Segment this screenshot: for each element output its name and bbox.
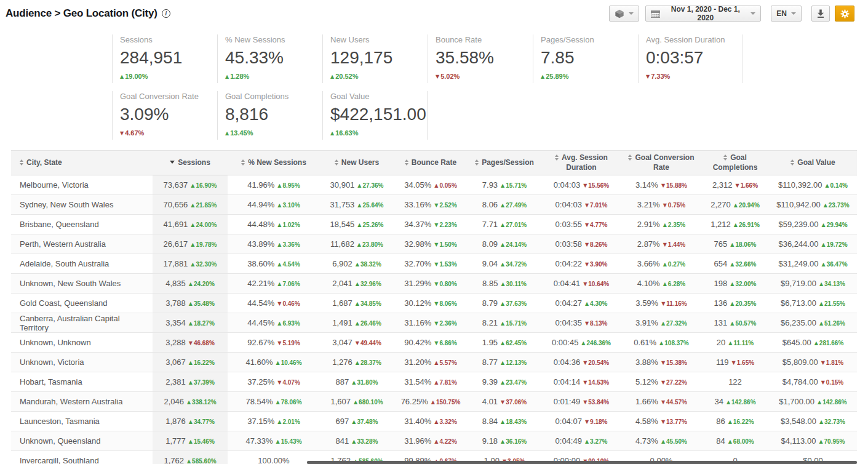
arrow-up-icon: ▲ — [501, 301, 504, 306]
delta-up: ▲6.28% — [663, 281, 686, 287]
metric-value: 2,041 — [332, 279, 352, 288]
city-cell[interactable]: Unknown, Victoria — [11, 353, 153, 372]
delta-down: ▼5.02% — [436, 73, 460, 80]
metric-value: 198 — [714, 279, 728, 288]
city-cell[interactable]: Gold Coast, Queensland — [11, 294, 153, 313]
delta-up: ▲34.77% — [189, 418, 215, 425]
column-header-goal-value[interactable]: Goal Value — [769, 151, 857, 175]
column-header-city-state[interactable]: City, State — [11, 151, 153, 175]
kpi-value: 0:03:57 — [646, 49, 743, 66]
arrow-up-icon: ▲ — [434, 419, 438, 425]
table-row: Brisbane, Queensland41,691▲24.00%44.48%▲… — [11, 215, 857, 234]
delta-down: ▼46.68% — [189, 340, 215, 346]
city-cell[interactable]: Melbourne, Victoria — [11, 175, 153, 195]
metric-cell: 2,312▼1.66% — [701, 175, 769, 195]
delta-up: ▲30.11% — [501, 281, 527, 287]
city-cell[interactable]: Unknown, Unknown — [11, 333, 153, 353]
arrow-down-icon: ▼ — [277, 340, 281, 346]
column-header-goal-conversion-rate[interactable]: Goal Conversion Rate — [621, 151, 701, 175]
date-range-picker[interactable]: Nov 1, 2020 - Dec 1, 2020 — [645, 6, 761, 22]
metric-value-group: 30,901▲27.36% — [330, 180, 384, 190]
delta-down: ▼49.44% — [356, 340, 381, 346]
city-cell[interactable]: Canberra, Australian Capital Territory — [11, 313, 153, 333]
kpi-row: Goal Conversion Rate3.09%▼4.67%Goal Comp… — [112, 91, 868, 140]
settings-button[interactable] — [835, 6, 854, 22]
delta-up: ▲2.35% — [663, 222, 686, 228]
city-cell[interactable]: Mandurah, Western Australia — [11, 392, 153, 412]
metric-value: 42.21% — [247, 279, 274, 288]
city-cell[interactable]: Sydney, New South Wales — [11, 195, 153, 215]
metric-value-group: 0:03:55▼4.77% — [555, 220, 608, 229]
city-cell[interactable]: Invercargill, Southland — [11, 451, 153, 464]
metric-value: 136 — [714, 298, 728, 308]
export-dropdown-button[interactable] — [609, 6, 639, 22]
metric-cell: 0.61%▲108.37% — [621, 333, 701, 353]
table-row: Gold Coast, Queensland3,788▲35.48%44.54%… — [11, 294, 857, 313]
metric-value: 8.06 — [482, 200, 498, 209]
metric-cell: 3.66%▲0.27% — [621, 254, 701, 274]
arrow-down-icon: ▼ — [583, 380, 587, 385]
arrow-down-icon: ▼ — [585, 202, 589, 208]
metric-value-group: 1,876▲34.77% — [165, 417, 215, 426]
column-header-avg-session-duration[interactable]: Avg. Session Duration — [541, 151, 621, 175]
metric-value-group: 2,270▲20.94% — [711, 200, 760, 209]
delta-up: ▲31.80% — [352, 379, 378, 386]
sort-up-triangle — [20, 159, 23, 162]
arrow-up-icon: ▲ — [819, 439, 822, 444]
metric-value: 8.21 — [482, 318, 498, 327]
metric-value: 1,762 — [164, 456, 184, 464]
column-header-sessions[interactable]: Sessions — [153, 151, 228, 175]
city-cell[interactable]: Hobart, Tasmania — [11, 372, 153, 392]
sort-icon — [555, 154, 559, 161]
table-row: Melbourne, Victoria73,637▲16.90%41.96%▲8… — [11, 175, 857, 195]
metric-value-group: 0:04:27▲4.30% — [555, 298, 608, 308]
sort-icon — [628, 154, 632, 161]
column-label: Sessions — [178, 158, 210, 167]
metric-value-group: $645.00▲281.66% — [782, 338, 844, 347]
metric-value: 4.58% — [635, 417, 658, 426]
city-cell[interactable]: Adelaide, South Australia — [11, 254, 153, 274]
metric-cell: $6,235.00▲51.26% — [769, 313, 857, 333]
delta-up: ▲16.22% — [728, 418, 754, 425]
metric-value-group: $59,239.00▲29.94% — [778, 220, 847, 229]
city-cell[interactable]: Launceston, Tasmania — [11, 412, 153, 431]
language-dropdown[interactable]: EN — [771, 6, 802, 22]
metric-value-group: 76.25%▲150.75% — [401, 397, 461, 406]
metric-value-group: 1,607▲680.10% — [330, 397, 383, 406]
city-cell[interactable]: Perth, Western Australia — [11, 234, 153, 254]
column-header-goal-completions[interactable]: Goal Completions — [701, 151, 769, 175]
metric-cell: $110,392.00▲0.14% — [769, 175, 857, 195]
metric-cell: 2,041▲32.96% — [320, 274, 394, 294]
metric-value: 3.14% — [635, 180, 658, 190]
metric-value: 18,545 — [330, 220, 355, 229]
metric-value-group: 2,312▼1.66% — [712, 180, 758, 190]
arrow-down-icon: ▼ — [663, 242, 667, 247]
arrow-up-icon: ▲ — [730, 301, 734, 306]
metric-cell: 70,656▲21.85% — [153, 195, 228, 215]
arrow-down-icon: ▼ — [661, 360, 665, 366]
info-icon[interactable]: i — [162, 9, 170, 18]
delta-up: ▲108.37% — [659, 340, 689, 346]
arrow-down-icon: ▼ — [585, 321, 589, 326]
arrow-down-icon: ▼ — [434, 340, 438, 346]
column-header-bounce-rate[interactable]: Bounce Rate — [394, 151, 468, 175]
metric-value-group: 1,687▲34.85% — [332, 298, 381, 308]
column-header-pages-session[interactable]: Pages/Session — [468, 151, 541, 175]
arrow-up-icon: ▲ — [659, 340, 663, 346]
horizontal-scrollbar-thumb[interactable] — [307, 461, 857, 464]
metric-cell: 1,607▲680.10% — [320, 392, 394, 412]
metric-value-group: 20▲11.11% — [717, 338, 754, 347]
toolbar: Nov 1, 2020 - Dec 1, 2020 EN — [609, 6, 854, 22]
city-cell[interactable]: Unknown, New South Wales — [11, 274, 153, 294]
metric-value: 119 — [716, 358, 729, 367]
arrow-up-icon: ▲ — [730, 321, 734, 326]
column-label: New Users — [341, 158, 379, 167]
column-header-new-sessions[interactable]: % New Sessions — [228, 151, 320, 175]
city-cell[interactable]: Unknown, Queensland — [11, 431, 153, 451]
download-button[interactable] — [811, 6, 830, 22]
metric-value: 0.61% — [634, 338, 656, 347]
column-header-new-users[interactable]: New Users — [320, 151, 394, 175]
city-cell[interactable]: Brisbane, Queensland — [11, 215, 153, 234]
metric-value: 43.89% — [247, 239, 274, 249]
metric-cell: 0:04:22▼3.90% — [541, 254, 621, 274]
